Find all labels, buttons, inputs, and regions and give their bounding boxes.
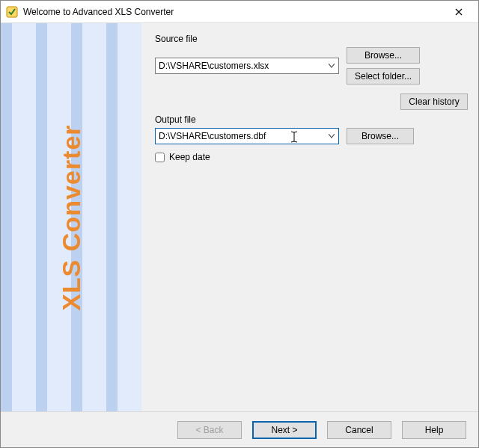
sidebar-banner: XLS Converter — [1, 23, 141, 411]
output-file-input[interactable] — [156, 129, 325, 144]
main-panel: Source file Browse... Select folder... C… — [141, 23, 478, 411]
source-file-label: Source file — [155, 34, 468, 44]
output-file-combo[interactable] — [155, 128, 339, 144]
source-file-combo[interactable] — [155, 58, 339, 74]
next-button[interactable]: Next > — [252, 421, 317, 439]
text-cursor-icon — [289, 130, 299, 142]
keep-date-checkbox[interactable] — [155, 153, 165, 162]
chevron-down-icon[interactable] — [325, 58, 338, 73]
keep-date-label: Keep date — [169, 152, 210, 162]
browse-source-button[interactable]: Browse... — [347, 47, 420, 64]
chevron-down-icon[interactable] — [325, 129, 338, 144]
output-file-label: Output file — [155, 114, 468, 125]
browse-output-button[interactable]: Browse... — [347, 128, 414, 144]
select-folder-button[interactable]: Select folder... — [347, 68, 420, 85]
window-title: Welcome to Advanced XLS Converter — [23, 7, 174, 17]
wizard-window: Welcome to Advanced XLS Converter XLS Co… — [0, 0, 479, 448]
close-button[interactable] — [444, 1, 474, 22]
help-button[interactable]: Help — [402, 421, 466, 439]
cancel-button[interactable]: Cancel — [327, 421, 391, 439]
titlebar: Welcome to Advanced XLS Converter — [1, 1, 478, 23]
app-icon — [5, 5, 19, 19]
source-file-input[interactable] — [156, 58, 325, 73]
back-button[interactable]: < Back — [177, 421, 242, 439]
sidebar-brand-text: XLS Converter — [57, 124, 86, 310]
bottom-nav: < Back Next > Cancel Help — [1, 411, 478, 447]
body-area: XLS Converter Source file Browse... Sele… — [1, 23, 478, 411]
clear-history-button[interactable]: Clear history — [400, 93, 468, 110]
